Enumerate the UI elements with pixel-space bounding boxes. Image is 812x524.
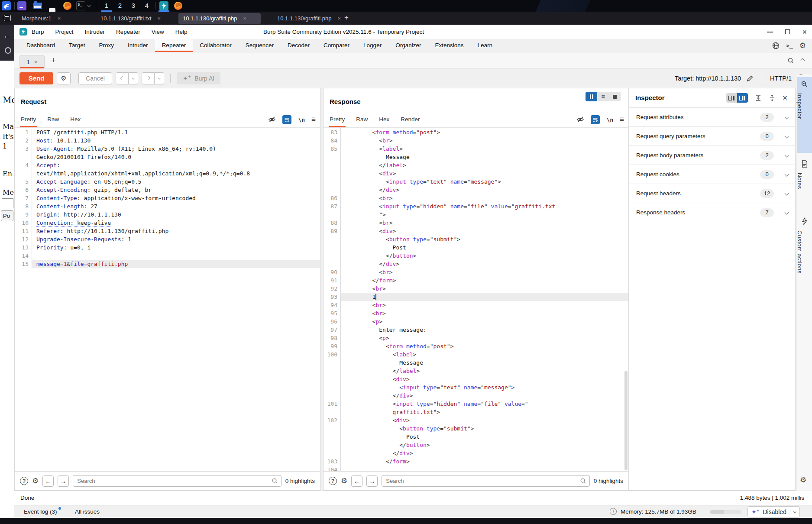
code-line[interactable]: <button type="submit"> [324, 235, 628, 243]
inspector-left-layout-button[interactable] [726, 93, 737, 103]
response-view-raw[interactable]: Raw [356, 113, 368, 127]
code-line[interactable]: 87 <input type="hidden" name="file" valu… [324, 202, 628, 210]
chevron-down-icon[interactable] [785, 115, 789, 120]
menu-intruder[interactable]: Intruder [85, 29, 105, 35]
workspace-1[interactable]: 1 [100, 0, 113, 12]
tab-organizer[interactable]: Organizer [388, 39, 428, 52]
minimize-button[interactable] [767, 32, 773, 32]
next-request-button[interactable] [142, 72, 155, 84]
search-next-button[interactable]: → [366, 475, 378, 487]
search-icon[interactable] [787, 57, 794, 64]
terminal-icon[interactable]: $_ [76, 1, 85, 10]
code-line[interactable]: 3User-Agent: Mozilla/5.0 (X11; Linux x86… [15, 145, 320, 153]
code-line[interactable]: 13Priority: u=0, i [15, 243, 320, 252]
file-manager-icon[interactable] [33, 3, 42, 9]
menu-project[interactable]: Project [55, 29, 74, 35]
chevron-down-icon[interactable] [785, 191, 789, 196]
sidebar-tab-custom-actions[interactable]: Custom actions [796, 217, 812, 274]
settings-gear-icon[interactable]: ⚙ [799, 42, 806, 49]
previous-request-dropdown[interactable] [129, 72, 138, 84]
newline-toggle-icon[interactable]: \n [298, 116, 305, 123]
firefox-back-button[interactable]: ← [3, 32, 10, 40]
menu-view[interactable]: View [152, 29, 164, 35]
tab-close-icon[interactable]: × [243, 15, 247, 22]
code-line[interactable]: 93 1 [324, 293, 628, 301]
code-line[interactable]: <button type="submit"> [324, 424, 628, 433]
tab-intruder[interactable]: Intruder [121, 39, 155, 52]
tab-target[interactable]: Target [62, 39, 92, 52]
chevron-down-icon[interactable] [785, 153, 789, 158]
code-line[interactable]: 11Referer: http://10.1.1.130/graffiti.ph… [15, 227, 320, 235]
workspace-2[interactable]: 2 [114, 0, 126, 12]
code-line[interactable]: 86 <br> [324, 194, 628, 202]
collapse-all-icon[interactable] [769, 94, 776, 101]
browser-tab[interactable]: 10.1.1.130/graffiti.txt× [96, 13, 176, 24]
menu-repeater[interactable]: Repeater [116, 29, 140, 35]
code-line[interactable]: 85 <label> [324, 145, 628, 153]
panel-menu-icon[interactable]: ≡ [311, 115, 316, 124]
code-line[interactable]: <div> [324, 169, 628, 178]
next-request-dropdown[interactable] [155, 72, 164, 84]
settings-app-icon[interactable] [17, 1, 26, 10]
columns-layout-button[interactable] [586, 92, 597, 101]
code-line[interactable]: 8Content-Length: 27 [15, 202, 320, 210]
code-line[interactable]: 1POST /graffiti.php HTTP/1.1 [15, 128, 320, 136]
code-line[interactable]: 98 <p> [324, 334, 628, 342]
code-line[interactable]: </div> [324, 260, 628, 268]
code-line[interactable]: Post [324, 433, 628, 441]
search-prev-button[interactable]: ← [351, 475, 362, 487]
maximize-button[interactable] [785, 29, 790, 34]
tab-comparer[interactable]: Comparer [317, 39, 356, 52]
code-line[interactable]: <input type="text" name="message"> [324, 383, 628, 391]
code-line[interactable]: 95 <br> [324, 309, 628, 317]
code-line[interactable]: 104 [324, 466, 628, 471]
edit-pencil-icon[interactable] [746, 74, 754, 82]
request-view-raw[interactable]: Raw [47, 113, 59, 127]
previous-request-button[interactable] [116, 72, 129, 84]
code-line[interactable]: </div> [324, 391, 628, 400]
sidebar-settings-gear-icon[interactable]: ⚙ [800, 476, 806, 484]
code-line[interactable]: 102 <div> [324, 416, 628, 424]
chevron-down-icon[interactable] [785, 172, 789, 177]
chevron-down-icon[interactable] [785, 134, 789, 139]
collapse-chevron-icon[interactable] [801, 58, 805, 63]
inspector-section-request-body-parameters[interactable]: Request body parameters2 [629, 146, 795, 165]
request-view-pretty[interactable]: Pretty [21, 113, 36, 127]
code-line[interactable]: </button> [324, 441, 628, 449]
response-view-hex[interactable]: Hex [379, 113, 389, 127]
globe-icon[interactable] [772, 42, 780, 49]
code-line[interactable]: </label> [324, 367, 628, 375]
tab-close-icon[interactable]: × [338, 15, 341, 22]
workspace-3[interactable]: 3 [127, 0, 139, 12]
tab-extensions[interactable]: Extensions [428, 39, 470, 52]
code-line[interactable]: 84 <br> [324, 136, 628, 145]
code-line[interactable]: 83 <form method="post"> [324, 128, 628, 136]
code-line[interactable]: Message [324, 359, 628, 367]
code-line[interactable]: 14 [15, 252, 320, 260]
word-wrap-icon[interactable] [282, 115, 291, 124]
code-line[interactable]: 7Content-Type: application/x-www-form-ur… [15, 194, 320, 202]
rows-layout-button[interactable]: ≡ [597, 92, 609, 101]
code-line[interactable]: 6Accept-Encoding: gzip, deflate, br [15, 186, 320, 194]
response-view-render[interactable]: Render [401, 113, 420, 127]
code-line[interactable]: 15message=1&file=graffiti.php [15, 260, 320, 268]
search-prev-button[interactable]: ← [42, 475, 54, 487]
search-next-button[interactable]: → [58, 475, 69, 487]
chevron-down-icon[interactable] [785, 210, 789, 215]
browser-tab[interactable]: 10.1.1.130/graffiti.php× [178, 13, 261, 24]
add-repeater-tab-button[interactable]: + [51, 56, 56, 65]
search-settings-icon[interactable]: ⚙ [32, 477, 39, 485]
tab-dashboard[interactable]: Dashboard [19, 39, 62, 52]
new-tab-button[interactable]: + [344, 13, 349, 22]
repeater-tab-close-icon[interactable]: × [34, 59, 38, 65]
firefox-reload-icon[interactable] [5, 47, 11, 54]
menu-help[interactable]: Help [175, 29, 188, 35]
code-line[interactable]: </button> [324, 252, 628, 260]
tab-decoder[interactable]: Decoder [281, 39, 317, 52]
code-line[interactable]: </label> [324, 161, 628, 169]
code-line[interactable]: "> [324, 210, 628, 219]
workspace-4[interactable]: 4 [141, 0, 153, 12]
code-line[interactable]: 96 <p> [324, 317, 628, 326]
console-icon[interactable]: >_ [786, 42, 793, 49]
code-line[interactable]: 99 <form method="post"> [324, 342, 628, 350]
